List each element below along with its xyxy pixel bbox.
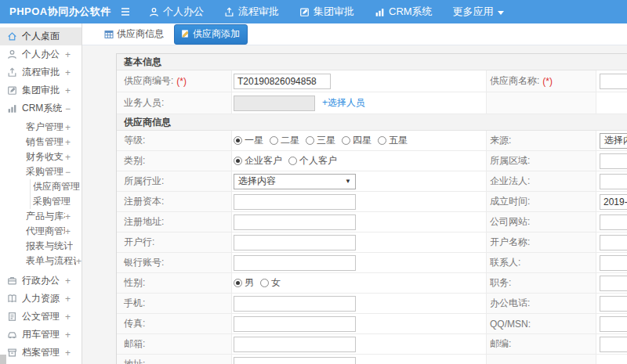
radio-option[interactable]: 企业客户 <box>234 154 282 168</box>
text-input[interactable] <box>600 337 627 352</box>
sidebar-item-报表与统计[interactable]: 报表与统计 <box>0 239 82 254</box>
field-label: 邮编: <box>490 337 511 351</box>
radio-icon[interactable] <box>260 279 269 287</box>
sidebar-item-公文管理[interactable]: 公文管理+ <box>0 308 82 326</box>
text-input[interactable] <box>600 235 627 250</box>
radio-label: 个人客户 <box>299 154 337 168</box>
text-input[interactable] <box>234 255 356 271</box>
text-input[interactable] <box>234 96 315 111</box>
radio-icon[interactable] <box>234 157 242 165</box>
sidebar-item-label: 供应商管理 <box>33 180 80 193</box>
chart-icon <box>7 103 17 114</box>
topnav-item-更多应用[interactable]: 更多应用 <box>453 5 504 19</box>
expander-icon[interactable]: + <box>65 122 71 133</box>
text-input[interactable] <box>600 316 627 332</box>
top-nav: 个人办公流程审批集团审批CRM系统更多应用 <box>149 5 524 19</box>
radio-icon[interactable] <box>288 157 297 165</box>
text-input[interactable] <box>234 74 331 89</box>
expander-icon[interactable]: + <box>76 256 82 267</box>
select-person-link[interactable]: +选择人员 <box>322 96 365 110</box>
expander-icon[interactable]: + <box>65 85 71 96</box>
select-input[interactable]: 选择内容▼ <box>234 174 356 189</box>
expander-icon[interactable]: + <box>65 152 71 163</box>
expander-icon[interactable]: + <box>65 348 71 359</box>
sidebar-item-财务收支[interactable]: 财务收支+ <box>0 150 82 164</box>
topnav-item-CRM系统[interactable]: CRM系统 <box>375 5 433 19</box>
sidebar-item-CRM系统[interactable]: CRM系统− <box>0 99 82 117</box>
expander-icon[interactable]: + <box>65 294 71 305</box>
sidebar-item-个人桌面[interactable]: 个人桌面 <box>0 27 82 45</box>
field-label: 办公电话: <box>490 297 530 310</box>
expander-icon[interactable]: − <box>65 103 71 114</box>
radio-icon[interactable] <box>342 136 350 145</box>
radio-option[interactable]: 男 <box>234 276 254 290</box>
tab-supplier-info[interactable]: 供应商信息 <box>104 27 164 41</box>
radio-option[interactable]: 五星 <box>378 134 408 147</box>
sidebar-scrollbar[interactable] <box>0 355 6 364</box>
field-label-cell: 等级: <box>117 131 232 151</box>
radio-icon[interactable] <box>306 136 314 145</box>
radio-icon[interactable] <box>378 136 386 145</box>
text-input[interactable] <box>234 337 356 352</box>
text-input[interactable] <box>234 194 356 210</box>
sidebar-item-档案管理[interactable]: 档案管理+ <box>0 344 82 362</box>
sidebar-item-采购管理[interactable]: 采购管理− <box>0 164 82 179</box>
sidebar-item-个人办公[interactable]: 个人办公+ <box>0 45 82 63</box>
field-label-cell: 成立时间: <box>487 192 596 212</box>
sidebar-item-代理商管理[interactable]: 代理商管理+ <box>0 224 82 239</box>
sidebar-item-行政办公[interactable]: 行政办公+ <box>0 272 82 290</box>
expander-icon[interactable]: + <box>65 312 71 323</box>
sidebar-item-用车管理[interactable]: 用车管理+ <box>0 326 82 344</box>
field-input-cell <box>232 70 487 92</box>
text-input[interactable] <box>600 296 627 312</box>
expander-icon[interactable]: + <box>65 276 71 287</box>
text-input[interactable] <box>234 235 356 250</box>
radio-icon[interactable] <box>270 136 278 145</box>
sidebar-item-表单与流程设置[interactable]: 表单与流程设置+ <box>0 254 82 268</box>
expander-icon[interactable]: + <box>65 49 71 60</box>
radio-option[interactable]: 女 <box>260 276 281 290</box>
text-input[interactable] <box>234 316 356 332</box>
text-input[interactable] <box>600 214 627 230</box>
text-input[interactable] <box>600 74 627 89</box>
sidebar-item-产品与库存[interactable]: 产品与库存+ <box>0 209 82 224</box>
radio-option[interactable]: 四星 <box>342 134 371 147</box>
radio-option[interactable]: 个人客户 <box>288 154 337 168</box>
field-input-cell <box>596 70 627 92</box>
topnav-item-个人办公[interactable]: 个人办公 <box>149 5 204 19</box>
text-input[interactable] <box>600 153 627 169</box>
radio-option[interactable]: 三星 <box>306 134 335 147</box>
sidebar-item-销售管理[interactable]: 销售管理+ <box>0 135 82 150</box>
sidebar-item-集团审批[interactable]: 集团审批+ <box>0 81 82 99</box>
radio-option[interactable]: 一星 <box>234 134 263 147</box>
radio-option[interactable]: 二星 <box>270 134 299 147</box>
expander-icon[interactable]: + <box>65 226 71 237</box>
text-input[interactable] <box>600 174 627 189</box>
text-input[interactable] <box>234 296 356 312</box>
expander-icon[interactable]: − <box>65 167 71 178</box>
menu-toggle-icon[interactable] <box>119 7 132 16</box>
field-label: 公司网站: <box>490 215 530 229</box>
expander-icon[interactable]: + <box>65 330 71 341</box>
expander-icon[interactable]: + <box>65 67 71 78</box>
expander-icon[interactable]: + <box>65 211 71 222</box>
text-input[interactable] <box>234 214 356 230</box>
topnav-item-流程审批[interactable]: 流程审批 <box>224 5 279 19</box>
radio-icon[interactable] <box>234 136 242 145</box>
radio-icon[interactable] <box>234 279 242 287</box>
sidebar-item-客户管理[interactable]: 客户管理+ <box>0 120 82 135</box>
text-input[interactable] <box>600 255 627 271</box>
text-input[interactable] <box>600 194 627 210</box>
topnav-item-集团审批[interactable]: 集团审批 <box>299 5 354 19</box>
sidebar-item-供应商管理[interactable]: 供应商管理 <box>0 179 82 194</box>
select-input[interactable]: 选择内容▼ <box>600 133 627 149</box>
sidebar-item-人力资源[interactable]: 人力资源+ <box>0 290 82 308</box>
text-input[interactable] <box>600 276 627 291</box>
sidebar-item-流程审批[interactable]: 流程审批+ <box>0 63 82 81</box>
text-input[interactable] <box>234 357 356 364</box>
tab-supplier-add[interactable]: 供应商添加 <box>174 24 248 45</box>
expander-icon[interactable]: + <box>65 137 71 148</box>
field-label-cell <box>487 355 596 364</box>
sidebar-item-采购管理[interactable]: 采购管理 <box>0 194 82 209</box>
sidebar-item-label: 采购管理 <box>33 195 71 208</box>
